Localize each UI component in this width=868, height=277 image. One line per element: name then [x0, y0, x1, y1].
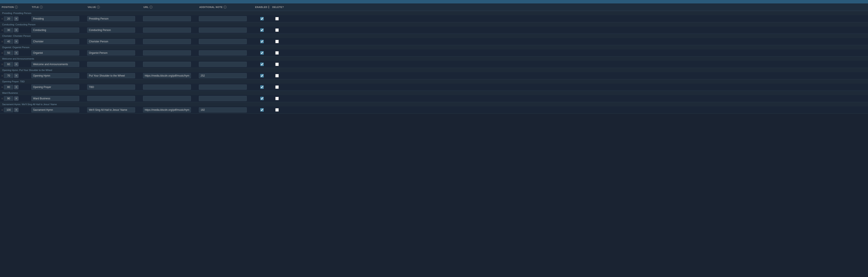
- title-input[interactable]: [31, 62, 79, 67]
- info-icon[interactable]: i: [150, 6, 152, 8]
- delete-cell: [271, 17, 283, 21]
- drag-handle-icon[interactable]: ≡: [1, 97, 3, 100]
- value-input[interactable]: [87, 107, 135, 112]
- delete-checkbox[interactable]: [275, 17, 279, 21]
- drag-handle-icon[interactable]: ≡: [1, 62, 3, 66]
- entry-group: Presiding: Presiding Person≡✕: [0, 11, 868, 22]
- value-input[interactable]: [87, 16, 135, 21]
- delete-checkbox[interactable]: [275, 51, 279, 55]
- position-input[interactable]: [4, 62, 13, 67]
- position-clear-button[interactable]: ✕: [14, 28, 19, 32]
- value-input[interactable]: [87, 62, 135, 67]
- value-input[interactable]: [87, 50, 135, 55]
- title-input[interactable]: [31, 28, 79, 33]
- enabled-checkbox[interactable]: [260, 51, 264, 55]
- title-cell: [30, 39, 86, 44]
- title-input[interactable]: [31, 107, 79, 112]
- table-row: ≡✕: [0, 38, 868, 45]
- note-input[interactable]: [199, 39, 247, 44]
- url-input[interactable]: [143, 107, 191, 112]
- delete-cell: [271, 28, 283, 32]
- position-input[interactable]: [4, 51, 13, 55]
- enabled-checkbox[interactable]: [260, 62, 264, 66]
- position-input[interactable]: [4, 85, 13, 89]
- url-input[interactable]: [143, 85, 191, 90]
- drag-handle-icon[interactable]: ≡: [1, 74, 3, 77]
- delete-checkbox[interactable]: [275, 108, 279, 112]
- entry-group: Sacrament Hymn: We'll Sing All Hail to J…: [0, 102, 868, 114]
- enabled-checkbox[interactable]: [260, 17, 264, 21]
- url-input[interactable]: [143, 39, 191, 44]
- title-input[interactable]: [31, 85, 79, 90]
- drag-handle-icon[interactable]: ≡: [1, 40, 3, 43]
- note-input[interactable]: [199, 28, 247, 33]
- position-input[interactable]: [4, 39, 13, 44]
- delete-checkbox[interactable]: [275, 85, 279, 89]
- note-input[interactable]: [199, 96, 247, 101]
- position-input[interactable]: [4, 28, 13, 32]
- drag-handle-icon[interactable]: ≡: [1, 108, 3, 112]
- enabled-checkbox[interactable]: [260, 108, 264, 112]
- position-input[interactable]: [4, 16, 13, 21]
- position-input[interactable]: [4, 73, 13, 78]
- url-cell: [142, 50, 197, 55]
- title-input[interactable]: [31, 50, 79, 55]
- delete-checkbox[interactable]: [275, 97, 279, 100]
- url-cell: [142, 73, 197, 78]
- note-input[interactable]: [199, 107, 247, 112]
- note-input[interactable]: [199, 16, 247, 21]
- delete-checkbox[interactable]: [275, 74, 279, 77]
- enabled-checkbox[interactable]: [260, 97, 264, 100]
- note-input[interactable]: [199, 85, 247, 90]
- drag-handle-icon[interactable]: ≡: [1, 51, 3, 55]
- title-input[interactable]: [31, 16, 79, 21]
- url-input[interactable]: [143, 28, 191, 33]
- position-clear-button[interactable]: ✕: [14, 96, 19, 101]
- info-icon[interactable]: i: [268, 6, 269, 8]
- position-clear-button[interactable]: ✕: [14, 62, 19, 66]
- note-input[interactable]: [199, 73, 247, 78]
- drag-handle-icon[interactable]: ≡: [1, 17, 3, 21]
- position-clear-button[interactable]: ✕: [14, 51, 19, 55]
- url-input[interactable]: [143, 73, 191, 78]
- note-input[interactable]: [199, 62, 247, 67]
- title-input[interactable]: [31, 96, 79, 101]
- enabled-cell: [253, 97, 271, 100]
- enabled-checkbox[interactable]: [260, 40, 264, 43]
- drag-handle-icon[interactable]: ≡: [1, 28, 3, 32]
- value-input[interactable]: [87, 28, 135, 33]
- enabled-checkbox[interactable]: [260, 74, 264, 77]
- url-input[interactable]: [143, 16, 191, 21]
- position-clear-button[interactable]: ✕: [14, 85, 19, 89]
- url-input[interactable]: [143, 50, 191, 55]
- title-cell: [30, 62, 86, 67]
- note-input[interactable]: [199, 50, 247, 55]
- value-input[interactable]: [87, 73, 135, 78]
- position-clear-button[interactable]: ✕: [14, 108, 19, 112]
- url-input[interactable]: [143, 62, 191, 67]
- position-clear-button[interactable]: ✕: [14, 17, 19, 21]
- value-input[interactable]: [87, 39, 135, 44]
- position-input[interactable]: [4, 96, 13, 101]
- url-input[interactable]: [143, 96, 191, 101]
- info-icon[interactable]: i: [97, 6, 100, 8]
- title-input[interactable]: [31, 73, 79, 78]
- value-input[interactable]: [87, 85, 135, 90]
- delete-checkbox[interactable]: [275, 62, 279, 66]
- delete-checkbox[interactable]: [275, 40, 279, 43]
- info-icon[interactable]: i: [223, 6, 226, 8]
- position-cell: ≡✕: [0, 85, 30, 89]
- position-clear-button[interactable]: ✕: [14, 39, 19, 44]
- delete-checkbox[interactable]: [275, 28, 279, 32]
- info-icon[interactable]: i: [40, 6, 43, 8]
- title-input[interactable]: [31, 39, 79, 44]
- enabled-checkbox[interactable]: [260, 85, 264, 89]
- drag-handle-icon[interactable]: ≡: [1, 85, 3, 89]
- position-clear-button[interactable]: ✕: [14, 74, 19, 78]
- enabled-checkbox[interactable]: [260, 28, 264, 32]
- info-icon[interactable]: i: [15, 6, 18, 8]
- position-input[interactable]: [4, 108, 13, 112]
- value-input[interactable]: [87, 96, 135, 101]
- entry-label: Conducting: Conducting Person: [0, 22, 868, 27]
- column-header-url: URLi: [142, 5, 197, 9]
